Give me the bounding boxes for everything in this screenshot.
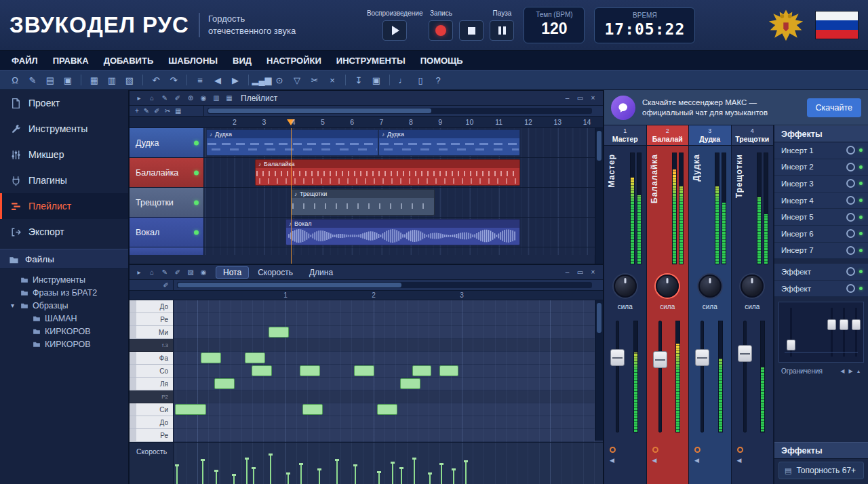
tree-item-5[interactable]: КИРКОРОВ: [0, 325, 128, 338]
sidebar-item-3[interactable]: Микшер: [0, 142, 128, 167]
velocity-grid[interactable]: [174, 443, 603, 484]
package-icon[interactable]: ▣: [368, 73, 384, 87]
tree-item-2[interactable]: Фразы из БРАТ2: [0, 286, 128, 299]
mixer-channel-1[interactable]: 1МастерМастерсила◀: [604, 125, 647, 484]
insert-slot-1[interactable]: Инсерт 1: [774, 142, 868, 159]
volume-knob[interactable]: [656, 275, 679, 298]
midi-note[interactable]: [400, 378, 420, 389]
column-icon[interactable]: ▯: [412, 73, 429, 87]
piano-key[interactable]: P2: [130, 390, 173, 403]
clip[interactable]: ♪Балалайка: [255, 159, 520, 186]
velocity-bar[interactable]: [453, 468, 454, 484]
speaker-icon[interactable]: ◀: [694, 458, 699, 464]
velocity-bar[interactable]: [202, 459, 203, 484]
speaker-icon[interactable]: ◀: [737, 458, 742, 464]
piano-key[interactable]: Ре: [130, 313, 173, 326]
velocity-bar[interactable]: [176, 464, 178, 484]
velocity-bar[interactable]: [288, 472, 289, 484]
speaker-icon[interactable]: ◀: [610, 458, 614, 464]
piano-key[interactable]: Ми: [130, 326, 173, 339]
limits-arrows[interactable]: ◀ ▶ ▴: [840, 368, 861, 374]
add-icon[interactable]: +: [135, 108, 139, 115]
grid-icon[interactable]: ▦: [175, 108, 181, 115]
mix-knob[interactable]: [846, 146, 855, 155]
pencil-icon[interactable]: ✎: [159, 267, 170, 278]
tree-item-1[interactable]: Инструменты: [0, 273, 128, 286]
midi-note[interactable]: [439, 365, 458, 376]
playlist-hscrollbar[interactable]: [208, 108, 592, 114]
menu-item-1[interactable]: ФАЙЛ: [4, 56, 45, 66]
play-mini-icon[interactable]: ▶: [227, 73, 243, 87]
speaker-icon[interactable]: ◀: [652, 458, 657, 464]
insert-slot-6[interactable]: Инсерт 6: [774, 226, 868, 243]
track-header[interactable]: Балалайка: [130, 158, 204, 187]
tab-2[interactable]: Скорость: [250, 266, 300, 279]
mix-knob[interactable]: [846, 246, 855, 255]
home-icon[interactable]: ⌂: [146, 93, 157, 104]
piano-key[interactable]: До: [130, 416, 173, 429]
fader-handle[interactable]: [610, 349, 625, 366]
clip[interactable]: ♪Дудка: [378, 129, 520, 156]
piano-key[interactable]: Фа: [130, 352, 173, 365]
brush-icon[interactable]: ✐: [163, 281, 169, 289]
zoom-icon[interactable]: ⊕: [185, 93, 196, 104]
snap-icon[interactable]: ▦: [224, 93, 235, 104]
audio-icon[interactable]: ◉: [198, 93, 209, 104]
bpm-box[interactable]: Темп (BPM) 120: [524, 7, 585, 43]
detach-icon[interactable]: ▸: [134, 267, 144, 278]
copy-icon[interactable]: ▥: [104, 73, 120, 87]
play-button[interactable]: [382, 20, 407, 41]
velocity-bar[interactable]: [378, 471, 380, 484]
piano-key[interactable]: Ре: [130, 429, 173, 442]
fader-handle[interactable]: [653, 351, 667, 368]
mix-knob[interactable]: [846, 284, 855, 293]
list-icon[interactable]: ≡: [192, 73, 208, 87]
midi-note[interactable]: [354, 365, 374, 376]
channel-header[interactable]: 3Дудка: [689, 125, 731, 146]
menu-item-2[interactable]: ПРАВКА: [45, 56, 96, 66]
midi-note[interactable]: [175, 404, 206, 415]
velocity-bar[interactable]: [465, 460, 467, 484]
slider-handle[interactable]: [852, 319, 861, 330]
brush-icon[interactable]: ✐: [154, 108, 159, 115]
velocity-bar[interactable]: [401, 467, 402, 484]
track-header[interactable]: Дудка: [130, 128, 204, 157]
menu-item-7[interactable]: ИНСТРУМЕНТЫ: [329, 56, 413, 66]
menu-item-6[interactable]: НАСТРОЙКИ: [259, 56, 329, 66]
velocity-bar[interactable]: [270, 453, 271, 484]
midi-note[interactable]: [252, 365, 272, 376]
midi-note[interactable]: [201, 352, 221, 363]
insert-slot-4[interactable]: Инсерт 4: [774, 193, 868, 209]
slice-icon[interactable]: ▨: [185, 267, 196, 278]
midi-note[interactable]: [269, 327, 289, 338]
limiter-slider[interactable]: [790, 308, 792, 357]
mute-icon[interactable]: ◉: [198, 267, 209, 278]
close-button[interactable]: ×: [587, 267, 599, 277]
close-button[interactable]: ×: [587, 93, 599, 103]
note-grid[interactable]: [174, 300, 603, 442]
scissors-icon[interactable]: ✂: [307, 73, 323, 87]
channel-header[interactable]: 1Мастер: [604, 125, 646, 146]
undo-icon[interactable]: ↶: [148, 73, 164, 87]
playlist-vscrollbar[interactable]: [595, 128, 603, 264]
velocity-bar[interactable]: [392, 462, 393, 484]
velocity-bar[interactable]: [336, 459, 338, 484]
track-header[interactable]: Вокал: [130, 218, 204, 247]
insert-slot-2[interactable]: Инсерт 2: [774, 159, 868, 176]
velocity-bar[interactable]: [233, 474, 235, 484]
volume-knob[interactable]: [698, 275, 722, 298]
pause-button[interactable]: [490, 20, 514, 41]
tree-item-4[interactable]: ШАМАН: [0, 312, 128, 325]
clip[interactable]: ♪Дудка: [206, 129, 378, 156]
scroll-thumb[interactable]: [597, 131, 601, 161]
filter-icon[interactable]: ▽: [289, 73, 305, 87]
track-lane[interactable]: ♪Дудка♪Дудка: [204, 128, 603, 157]
volume-knob[interactable]: [614, 275, 637, 298]
minimize-button[interactable]: –: [561, 93, 573, 103]
sidebar-item-6[interactable]: Экспорт: [0, 219, 128, 245]
midi-note[interactable]: [412, 365, 431, 376]
effect-slot-1[interactable]: Эффект: [774, 264, 868, 281]
download-icon[interactable]: ↧: [351, 73, 367, 87]
brush-icon[interactable]: ✐: [172, 93, 183, 104]
mix-knob[interactable]: [846, 267, 855, 276]
